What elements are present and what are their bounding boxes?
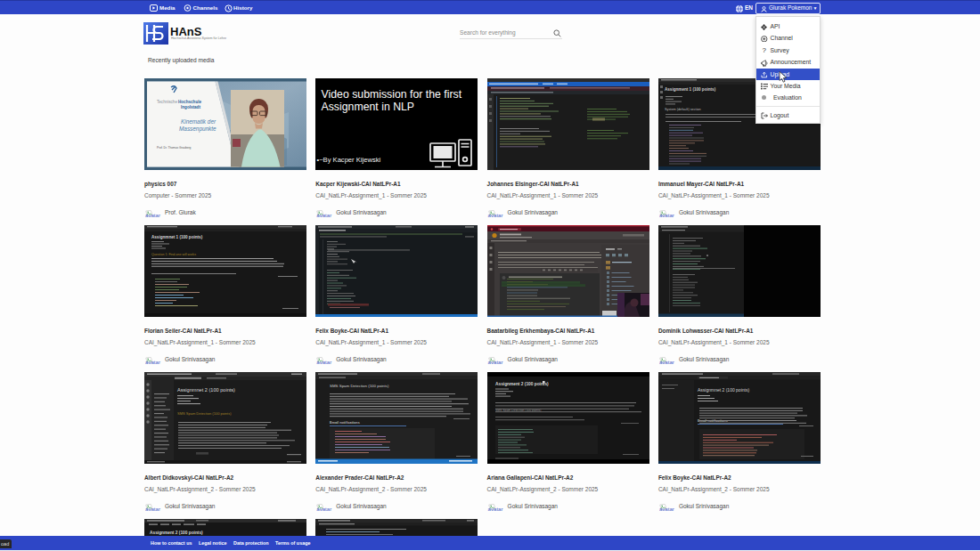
svg-text:Assignment 2 (100 points): Assignment 2 (100 points) <box>495 382 549 386</box>
svg-text:SMS Spam Detection (100 points: SMS Spam Detection (100 points) <box>177 411 232 416</box>
svg-text:Assignmnet 2 (100 points): Assignmnet 2 (100 points) <box>177 387 235 393</box>
svg-text:Assignmnet 2 (100 points): Assignmnet 2 (100 points) <box>698 387 749 393</box>
svg-text:Assignment in NLP: Assignment in NLP <box>322 101 415 113</box>
svg-text:System (default) section: System (default) section <box>665 108 701 111</box>
svg-text:Question 1: Find-one will work: Question 1: Find-one will works <box>151 253 196 256</box>
svg-text:•~By Kacper Kijewski: •~By Kacper Kijewski <box>317 156 381 164</box>
svg-text:Assignment 2 (100 points): Assignment 2 (100 points) <box>150 531 203 535</box>
svg-text:Assignmnet 1 (100 points): Assignmnet 1 (100 points) <box>151 235 203 239</box>
svg-text:Assignment 1 (100 points): Assignment 1 (100 points) <box>665 87 716 92</box>
svg-text:Kinematik der: Kinematik der <box>181 118 216 125</box>
svg-text:Email notifications: Email notifications <box>330 421 360 425</box>
svg-text:SMS Spam Detection (100 points: SMS Spam Detection (100 points) <box>330 384 389 388</box>
svg-text:Ingolstadt: Ingolstadt <box>181 105 200 109</box>
svg-text:Video submission for the first: Video submission for the first <box>322 88 462 101</box>
svg-text:Technische: Technische <box>157 100 177 104</box>
svg-text:Massenpunkte: Massenpunkte <box>179 126 216 133</box>
svg-text:Hochschule: Hochschule <box>178 100 201 104</box>
svg-text:Prof. Dr. Thomas Grauberg: Prof. Dr. Thomas Grauberg <box>157 146 192 150</box>
